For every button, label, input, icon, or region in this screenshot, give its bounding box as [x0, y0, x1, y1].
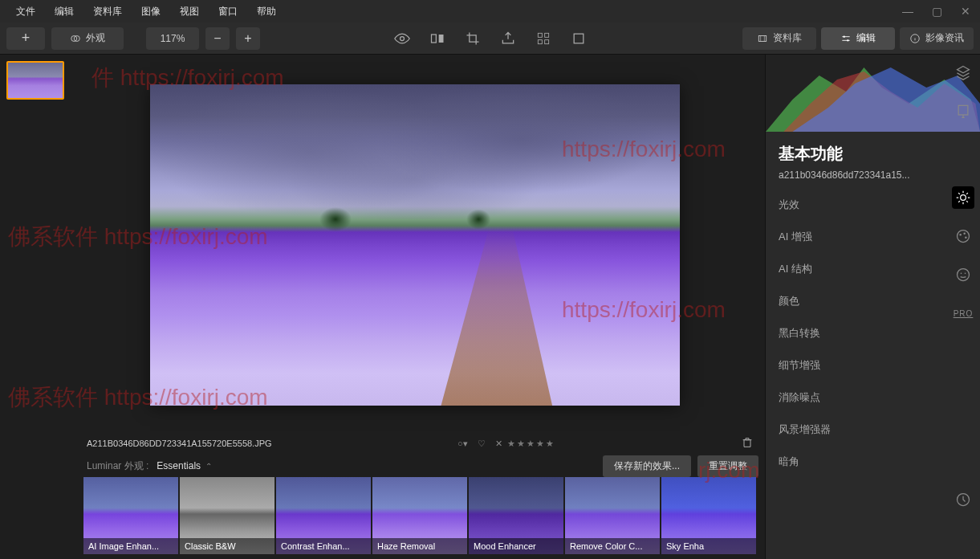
- essentials-icon[interactable]: [952, 186, 974, 209]
- zoom-controls: 117% − +: [146, 27, 266, 50]
- canvas-icon[interactable]: [952, 100, 974, 122]
- svg-point-12: [847, 39, 848, 41]
- panel-item-detail[interactable]: 细节增强: [766, 349, 980, 382]
- star-rating[interactable]: ★★★★★: [507, 439, 555, 449]
- svg-point-22: [965, 273, 966, 275]
- panel-item-ai-structure[interactable]: AI 结构: [766, 253, 980, 285]
- image-viewport[interactable]: [80, 55, 765, 432]
- tag-icon[interactable]: ○▾: [457, 439, 468, 449]
- menu-view[interactable]: 视图: [170, 5, 209, 18]
- grid-icon[interactable]: [534, 29, 553, 48]
- export-icon[interactable]: [498, 29, 518, 48]
- panel-item-light[interactable]: 光效: [766, 189, 980, 221]
- eye-icon[interactable]: [392, 29, 412, 48]
- thumbnail-selected[interactable]: [6, 61, 64, 100]
- toolbar-tabs: 资料库 编辑 影像资讯: [742, 27, 974, 50]
- tab-edit[interactable]: 编辑: [821, 27, 895, 50]
- sliders-icon: [840, 33, 852, 44]
- svg-point-17: [959, 234, 962, 236]
- preset-ai-enhance[interactable]: AI Image Enhan...: [83, 477, 178, 554]
- svg-rect-8: [544, 39, 548, 43]
- panel-section-title: 基本功能: [766, 132, 980, 168]
- svg-rect-6: [544, 33, 548, 37]
- panel-filename: a211b0346d86dd723341a15...: [766, 168, 980, 189]
- zoom-out-button[interactable]: −: [205, 27, 230, 50]
- svg-rect-7: [538, 39, 542, 43]
- panel-item-denoise[interactable]: 消除噪点: [766, 382, 980, 414]
- svg-point-20: [958, 269, 970, 281]
- panel-item-landscape[interactable]: 风景增强器: [766, 414, 980, 446]
- image-info-bar: A211B0346D86DD723341A155720E5558.JPG ○▾ …: [80, 432, 765, 455]
- preset-remove-cc[interactable]: Remove Color C...: [565, 477, 660, 554]
- svg-point-11: [844, 35, 845, 37]
- menu-help[interactable]: 帮助: [247, 5, 286, 18]
- right-panel: 基本功能 a211b0346d86dd723341a15... 光效 AI 增强…: [765, 55, 980, 559]
- preset-haze[interactable]: Haze Removal: [372, 477, 467, 554]
- layers-icon[interactable]: [952, 61, 974, 84]
- minimize-button[interactable]: —: [893, 5, 922, 18]
- history-icon[interactable]: [952, 488, 974, 511]
- svg-point-2: [400, 36, 404, 40]
- looks-button[interactable]: 外观: [51, 27, 124, 50]
- presets-row: AI Image Enhan... Classic B&W Contrast E…: [80, 477, 765, 559]
- heart-icon[interactable]: ♡: [478, 439, 486, 449]
- svg-point-18: [963, 232, 966, 235]
- looks-label: Luminar 外观 :: [87, 459, 148, 473]
- preset-classic-bw[interactable]: Classic B&W: [180, 477, 274, 554]
- panel-item-color[interactable]: 颜色: [766, 285, 980, 317]
- preset-contrast[interactable]: Contrast Enhan...: [276, 477, 371, 554]
- center-area: A211B0346D86DD723341A155720E5558.JPG ○▾ …: [80, 55, 765, 559]
- close-button[interactable]: ✕: [951, 5, 980, 18]
- tab-info[interactable]: 影像资讯: [900, 27, 974, 50]
- svg-rect-5: [538, 33, 542, 37]
- svg-rect-4: [438, 35, 443, 43]
- looks-category[interactable]: Essentials: [157, 460, 201, 471]
- svg-point-21: [961, 273, 962, 275]
- menu-window[interactable]: 窗口: [209, 5, 247, 18]
- panel-tool-list: 光效 AI 增强 AI 结构 颜色 黑白转换 细节增强 消除噪点 风景增强器 暗…: [766, 189, 980, 559]
- filename-label: A211B0346D86DD723341A155720E5558.JPG: [87, 439, 272, 448]
- maximize-button[interactable]: ▢: [922, 5, 951, 18]
- tab-library[interactable]: 资料库: [742, 27, 816, 50]
- creative-icon[interactable]: [952, 225, 974, 247]
- histogram[interactable]: [766, 55, 980, 132]
- zoom-value[interactable]: 117%: [146, 27, 199, 50]
- add-button[interactable]: +: [6, 27, 45, 50]
- svg-point-19: [965, 236, 967, 239]
- svg-rect-14: [958, 105, 968, 115]
- left-filmstrip: [0, 55, 80, 559]
- single-view-icon[interactable]: [569, 29, 588, 48]
- toolbar: + 外观 117% − + 资料库 编辑 影像资讯: [0, 22, 980, 55]
- overlap-circles-icon: [70, 33, 81, 44]
- main-image: [150, 84, 680, 406]
- svg-rect-9: [574, 34, 584, 43]
- chevron-up-icon[interactable]: ⌃: [205, 462, 212, 471]
- info-icon: [909, 33, 921, 44]
- menu-image[interactable]: 图像: [132, 5, 170, 18]
- compare-icon[interactable]: [428, 29, 447, 48]
- portrait-icon[interactable]: [952, 263, 974, 286]
- svg-point-15: [961, 195, 966, 201]
- svg-point-16: [958, 231, 970, 243]
- reject-icon[interactable]: ✕: [495, 439, 502, 449]
- svg-rect-3: [431, 35, 436, 43]
- preset-sky[interactable]: Sky Enha: [661, 477, 756, 554]
- looks-bar: Luminar 外观 : Essentials ⌃ 保存新的效果... 重置调整: [80, 455, 765, 477]
- panel-item-ai-enhance[interactable]: AI 增强: [766, 221, 980, 253]
- menubar: 文件 编辑 资料库 图像 视图 窗口 帮助 — ▢ ✕: [0, 0, 980, 22]
- menu-library[interactable]: 资料库: [83, 5, 132, 18]
- window-controls: — ▢ ✕: [893, 0, 980, 22]
- trash-icon[interactable]: [741, 436, 754, 451]
- preset-mood[interactable]: Mood Enhancer: [469, 477, 563, 554]
- pro-icon[interactable]: PRO: [952, 302, 974, 324]
- panel-item-bw[interactable]: 黑白转换: [766, 317, 980, 349]
- reset-adjustments-button[interactable]: 重置调整: [697, 455, 758, 477]
- toolbar-center: [392, 29, 588, 48]
- library-icon: [757, 33, 768, 44]
- menu-file[interactable]: 文件: [6, 5, 45, 18]
- save-new-look-button[interactable]: 保存新的效果...: [603, 455, 691, 477]
- zoom-in-button[interactable]: +: [236, 27, 260, 50]
- crop-icon[interactable]: [463, 29, 482, 48]
- menu-edit[interactable]: 编辑: [45, 5, 83, 18]
- panel-item-vignette[interactable]: 暗角: [766, 446, 980, 478]
